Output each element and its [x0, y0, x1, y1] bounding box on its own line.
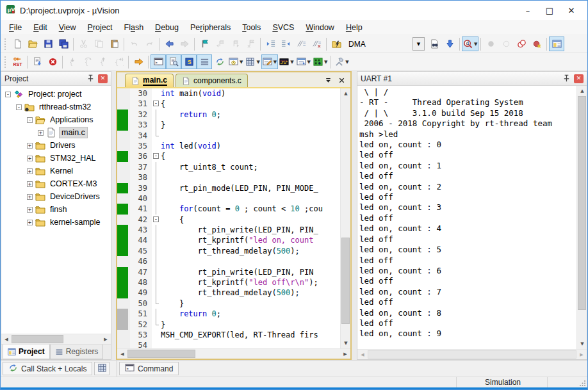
save-button[interactable] — [40, 37, 56, 51]
tree-item-devicedrivers[interactable]: +DeviceDrivers — [1, 190, 111, 203]
minimize-button[interactable]: – — [517, 2, 539, 19]
copy-button[interactable] — [91, 37, 106, 51]
comment-selection-button[interactable] — [293, 37, 309, 51]
memory-window-button[interactable] — [94, 362, 110, 375]
uart-vscrollbar[interactable]: ▲ ▼ — [576, 86, 587, 349]
scroll-left-icon[interactable]: ◀ — [1, 334, 12, 345]
tab-call-stack-locals[interactable]: Call Stack + Locals — [3, 362, 92, 375]
disassembly-window-button[interactable] — [166, 54, 181, 69]
watch-window-button[interactable]: ▼ — [227, 54, 244, 69]
save-all-button[interactable] — [56, 37, 71, 51]
symbols-window-button[interactable]: S — [181, 54, 197, 69]
maximize-button[interactable]: □ — [539, 2, 560, 19]
reset-cpu-button[interactable]: RST — [10, 54, 25, 69]
splitter-right[interactable] — [352, 71, 357, 360]
dropdown-arrow-icon[interactable]: ▼ — [256, 60, 259, 65]
tree-item-kernel[interactable]: +Kernel — [1, 165, 111, 177]
expand-icon[interactable]: + — [27, 194, 33, 200]
memory-window-button[interactable]: ▼ — [244, 54, 261, 69]
tree-item-finsh[interactable]: +finsh — [1, 203, 111, 216]
indent-button[interactable] — [263, 37, 278, 51]
outdent-button[interactable] — [278, 37, 293, 51]
editor-tab-main-c[interactable]: main.c — [125, 74, 174, 87]
browse-symbols-button[interactable]: d▼ — [462, 37, 478, 51]
code-area[interactable]: 30int main(void)31-{32 return 0;33}3435i… — [117, 88, 340, 348]
next-bookmark-button[interactable] — [227, 37, 243, 51]
cut-button[interactable] — [76, 37, 91, 51]
expand-icon[interactable]: + — [27, 156, 33, 161]
tree-item-cortex-m3[interactable]: +CORTEX-M3 — [1, 177, 111, 190]
uart-hscrollbar[interactable]: ◀ ▶ — [357, 349, 587, 359]
tab-project[interactable]: Project — [3, 345, 50, 359]
dropdown-arrow-icon[interactable]: ▼ — [324, 60, 327, 65]
menu-project[interactable]: Project — [82, 21, 118, 34]
menu-tools[interactable]: Tools — [236, 21, 266, 34]
scroll-down-icon[interactable]: ▼ — [577, 339, 587, 349]
fold-collapse-icon[interactable]: - — [152, 215, 161, 225]
fold-collapse-icon[interactable]: - — [152, 99, 161, 109]
dropdown-arrow-icon[interactable]: ▼ — [290, 60, 293, 65]
scroll-up-icon[interactable]: ▲ — [341, 88, 350, 99]
close-button[interactable]: ✕ — [560, 2, 582, 19]
scroll-thumb[interactable] — [368, 350, 576, 359]
new-file-button[interactable] — [10, 37, 25, 51]
open-file-button[interactable] — [25, 37, 40, 51]
resize-grip[interactable] — [576, 377, 587, 387]
paste-button[interactable] — [106, 37, 122, 51]
expand-icon[interactable]: + — [27, 143, 33, 149]
run-button[interactable] — [131, 54, 146, 69]
uart-output[interactable]: \ | / - RT - Thread Operating System / |… — [357, 86, 576, 349]
menu-view[interactable]: View — [53, 21, 82, 34]
dropdown-arrow-icon[interactable]: ▼ — [474, 42, 477, 47]
target-select-dropdown-icon[interactable]: ▼ — [412, 37, 425, 51]
toggle-bookmark-button[interactable] — [197, 37, 212, 51]
scroll-up-icon[interactable]: ▲ — [577, 86, 587, 96]
scroll-left-icon[interactable]: ◀ — [117, 349, 127, 359]
expand-icon[interactable]: + — [27, 220, 33, 225]
close-document-icon[interactable] — [338, 76, 346, 85]
registers-window-button[interactable] — [197, 54, 212, 69]
scroll-thumb[interactable] — [127, 350, 195, 358]
call-stack-window-button[interactable] — [212, 54, 227, 69]
dropdown-arrow-icon[interactable]: ▼ — [345, 60, 348, 65]
redo-button[interactable] — [142, 37, 157, 51]
goto-definition-button[interactable] — [442, 37, 457, 51]
scroll-thumb[interactable] — [341, 238, 350, 324]
uncomment-selection-button[interactable] — [309, 37, 324, 51]
toolbar-grip[interactable] — [4, 56, 8, 68]
navigate-back-button[interactable] — [161, 37, 177, 51]
tree-item-project-project[interactable]: -Project: project — [1, 88, 111, 101]
menu-svcs[interactable]: SVCS — [266, 21, 300, 34]
scroll-thumb[interactable] — [578, 96, 586, 310]
toggle-breakpoint-button[interactable] — [483, 37, 498, 51]
project-hscrollbar[interactable]: ◀ ▶ — [1, 334, 111, 344]
tab-registers[interactable]: Registers — [50, 345, 104, 359]
menu-edit[interactable]: Edit — [28, 21, 53, 34]
tab-command[interactable]: >_ Command — [119, 362, 179, 375]
tree-item-drivers[interactable]: +Drivers — [1, 139, 111, 152]
navigate-forward-button[interactable] — [177, 37, 192, 51]
undo-button[interactable] — [126, 37, 142, 51]
expand-icon[interactable]: + — [27, 207, 33, 213]
clear-bookmarks-button[interactable] — [243, 37, 258, 51]
collapse-icon[interactable]: - — [16, 104, 22, 110]
menu-window[interactable]: Window — [300, 21, 339, 34]
fold-collapse-icon[interactable]: - — [152, 151, 161, 161]
disable-all-breakpoints-button[interactable] — [514, 37, 529, 51]
tree-item-rtthread-stm32[interactable]: -rtthread-stm32 — [1, 101, 111, 113]
flash-download-button[interactable] — [329, 37, 344, 51]
run-to-cursor-button[interactable]: { } — [111, 54, 126, 69]
pin-icon[interactable] — [85, 74, 95, 83]
expand-icon[interactable]: + — [27, 181, 33, 187]
collapse-icon[interactable]: - — [27, 117, 33, 123]
system-viewer-button[interactable]: ▼ — [295, 54, 312, 69]
previous-bookmark-button[interactable] — [212, 37, 227, 51]
tab-list-icon[interactable] — [324, 76, 332, 85]
step-into-button[interactable]: { } — [65, 54, 80, 69]
scroll-thumb[interactable] — [12, 335, 63, 343]
scroll-down-icon[interactable]: ▼ — [341, 338, 350, 348]
project-window-toggle-button[interactable] — [549, 37, 564, 51]
menu-peripherals[interactable]: Peripherals — [184, 21, 236, 34]
stop-debug-button[interactable] — [45, 54, 60, 69]
dropdown-arrow-icon[interactable]: ▼ — [307, 60, 311, 65]
